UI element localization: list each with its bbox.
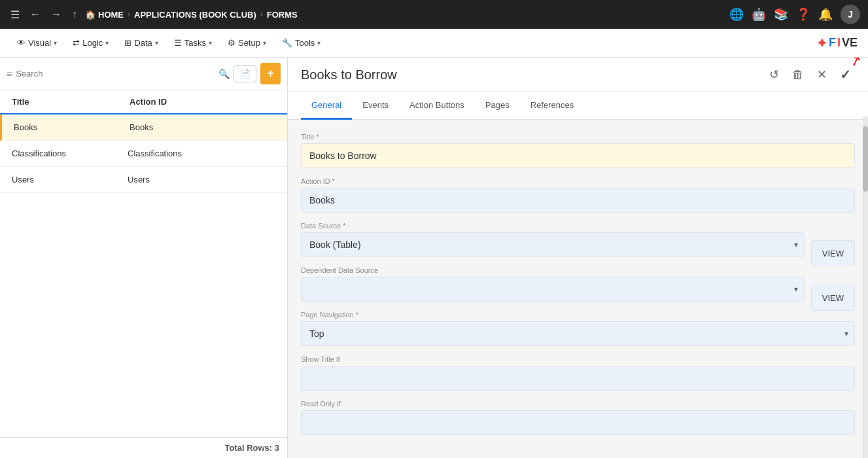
scrollbar-track[interactable] [863,116,868,458]
search-world-icon[interactable]: 🌐 [729,7,744,22]
tab-references[interactable]: References [520,92,584,120]
top-nav-bar: ☰ ← → ↑ 🏠 HOME › APPLICATIONS (BOOK CLUB… [0,0,868,29]
page-navigation-label: Page Navigation * [301,311,855,319]
read-only-if-field-group: Read Only If [301,400,855,435]
form-body: Title * Action ID * Data Source * Book (… [288,120,868,458]
delete-button[interactable]: 🗑 [788,65,808,84]
breadcrumb: 🏠 HOME › APPLICATIONS (BOOK CLUB) › FORM… [85,10,724,20]
table-row[interactable]: Users Users [0,167,287,193]
refresh-button[interactable]: ↺ [765,65,783,84]
robot-icon[interactable]: 🤖 [752,7,766,22]
show-title-if-field-group: Show Title If [301,355,855,391]
avatar[interactable]: J [841,5,860,24]
tab-action-buttons[interactable]: Action Buttons [399,92,475,120]
breadcrumb-app[interactable]: APPLICATIONS (BOOK CLUB) [134,10,256,20]
data-source-label: Data Source * [301,222,805,230]
caret-tasks: ▾ [209,39,212,46]
form-title: Books to Borrow [301,67,757,82]
tab-pages[interactable]: Pages [475,92,520,120]
tasks-icon: ☰ [174,38,182,48]
save-button[interactable]: ✓ [836,64,855,85]
home-button[interactable]: 🏠 HOME [85,10,124,20]
second-nav-bar: 👁 Visual ▾ ⇄ Logic ▾ ⊞ Data ▾ ☰ Tasks ▾ … [0,29,868,58]
row-actionid-classifications: Classifications [122,141,281,166]
table-body: Books Books Classifications Classificati… [0,114,287,437]
doc-button[interactable]: 📄 [234,65,256,82]
up-icon[interactable]: ↑ [69,6,80,23]
hamburger-icon[interactable]: ☰ [8,6,22,24]
eye-icon: 👁 [17,38,26,48]
col-header-actionid: Action ID [124,90,281,113]
title-label: Title * [301,133,855,141]
tabs-bar: General Events Action Buttons Pages Refe… [288,92,868,120]
add-button[interactable]: + [260,63,281,84]
page-navigation-select[interactable]: Top Bottom Both None [301,321,855,346]
total-rows: Total Rows: 3 [224,443,279,453]
dependent-data-source-select[interactable] [301,277,805,302]
data-source-row: Data Source * Book (Table) Other Table ▾… [301,222,855,266]
caret-setup: ▾ [263,39,266,46]
show-title-if-label: Show Title If [301,355,855,363]
row-actionid-books: Books [124,114,281,140]
page-navigation-select-wrapper: Top Bottom Both None ▾ [301,321,855,346]
caret-tools: ▾ [317,39,321,46]
grid-icon: ⊞ [124,38,131,48]
five-logo-icon: ✦ [816,35,827,51]
form-actions: ↺ 🗑 ✕ ✓ ↗ [765,64,855,85]
five-logo-area: ✦ FIVE [816,35,858,51]
search-bar: ≡ 🔍 📄 + [0,58,287,90]
nav-item-logic[interactable]: ⇄ Logic ▾ [66,34,115,52]
bell-icon[interactable]: 🔔 [818,7,833,22]
books-icon[interactable]: 📚 [774,7,788,22]
show-title-if-input[interactable] [301,366,855,391]
dependent-data-source-view-button[interactable]: VIEW [811,285,855,311]
tab-events[interactable]: Events [352,92,399,120]
caret-logic: ▾ [105,39,109,46]
forward-icon[interactable]: → [48,6,64,23]
nav-item-tasks[interactable]: ☰ Tasks ▾ [167,34,218,52]
scrollbar-thumb[interactable] [863,126,868,192]
breadcrumb-sep-1: › [128,10,130,19]
read-only-if-label: Read Only If [301,400,855,408]
breadcrumb-section[interactable]: FORMS [267,10,298,20]
dependent-data-source-label: Dependent Data Source [301,266,805,274]
action-id-field-group: Action ID * [301,177,855,213]
top-nav-right: 🌐 🤖 📚 ❓ 🔔 J [729,5,860,24]
action-id-label: Action ID * [301,177,855,185]
filter-icon[interactable]: ≡ [7,69,12,79]
search-icon[interactable]: 🔍 [218,69,230,79]
nav-item-tools[interactable]: 🔧 Tools ▾ [275,34,327,52]
breadcrumb-sep-2: › [260,10,263,19]
read-only-if-input[interactable] [301,410,855,435]
data-source-view-button[interactable]: VIEW [811,240,855,266]
nav-item-setup[interactable]: ⚙ Setup ▾ [221,34,273,52]
action-id-input[interactable] [301,188,855,213]
dependent-data-source-row: Dependent Data Source ▾ VIEW [301,266,855,311]
main-layout: ≡ 🔍 📄 + Title Action ID Books Books Clas… [0,58,868,458]
caret-visual: ▾ [54,39,57,46]
table-row[interactable]: Books Books [0,114,287,141]
row-title-classifications: Classifications [7,141,122,166]
home-icon: 🏠 [85,10,95,20]
title-field-group: Title * [301,133,855,168]
back-icon[interactable]: ← [27,6,43,23]
table-row[interactable]: Classifications Classifications [0,141,287,167]
table-header: Title Action ID [0,90,287,114]
col-header-title: Title [7,90,124,113]
caret-data: ▾ [155,39,158,46]
close-button[interactable]: ✕ [813,65,831,84]
search-input[interactable] [16,69,215,79]
right-panel: Books to Borrow ↺ 🗑 ✕ ✓ ↗ General Events… [288,58,868,458]
row-title-users: Users [7,167,122,192]
form-header: Books to Borrow ↺ 🗑 ✕ ✓ ↗ [288,58,868,92]
wrench-icon: 🔧 [282,38,292,48]
data-source-select[interactable]: Book (Table) Other Table [301,232,805,257]
left-panel: ≡ 🔍 📄 + Title Action ID Books Books Clas… [0,58,288,458]
dependent-data-source-field-group: Dependent Data Source ▾ [301,266,805,302]
nav-item-data[interactable]: ⊞ Data ▾ [118,34,164,52]
nav-item-visual[interactable]: 👁 Visual ▾ [10,34,63,52]
data-source-select-wrapper: Book (Table) Other Table ▾ [301,232,805,257]
title-input[interactable] [301,143,855,168]
tab-general[interactable]: General [301,92,352,120]
help-icon[interactable]: ❓ [796,7,810,22]
